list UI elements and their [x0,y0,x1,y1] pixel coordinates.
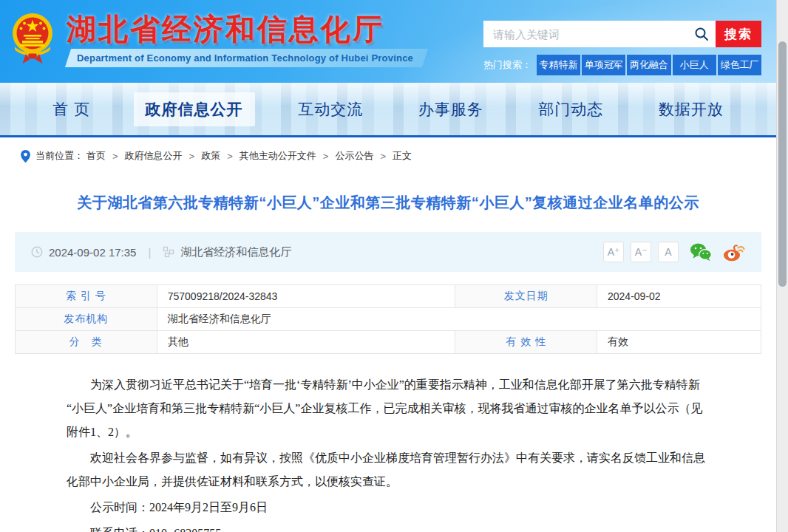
site-title: 湖北省经济和信息化厅 [67,13,425,45]
publisher-value: 湖北省经济和信息化厅 [157,308,761,331]
index-number-label: 索 引 号 [16,285,157,308]
breadcrumb-item-other-docs[interactable]: 其他主动公开文件 [240,149,316,163]
clock-icon [31,246,43,258]
hot-tag[interactable]: 两化融合 [627,55,670,75]
index-number-value: 757009218/2024-32843 [157,285,455,308]
breadcrumb-item-notices[interactable]: 公示公告 [335,149,373,163]
breadcrumb-separator: > [323,151,329,162]
search-area: 搜索 热门搜索： 专精特新 单项冠军 两化融合 小巨人 绿色工厂 [483,21,761,75]
hot-tag[interactable]: 单项冠军 [582,55,625,75]
source-icon [163,246,174,258]
font-increase-button[interactable]: A⁺ [603,242,624,262]
breadcrumb-separator: > [189,151,195,162]
main-nav: 首 页 政府信息公开 互动交流 办事服务 部门动态 数据开放 [0,83,776,137]
breadcrumb-separator: > [112,151,118,162]
nav-item-interaction[interactable]: 互动交流 [286,92,375,126]
breadcrumb-item-current: 正文 [393,149,412,163]
hot-search-row: 热门搜索： 专精特新 单项冠军 两化融合 小巨人 绿色工厂 [483,55,761,75]
hot-tag[interactable]: 专精特新 [537,55,580,75]
national-emblem-icon [10,13,55,64]
breadcrumb-item-policy[interactable]: 政策 [201,149,220,163]
site-subtitle: Department of Economy and Information Te… [77,52,413,64]
breadcrumb: 当前位置： 首页 > 政府信息公开 > 政策 > 其他主动公开文件 > 公示公告… [0,137,776,172]
publish-source: 湖北省经济和信息化厅 [180,245,291,259]
article-body: 为深入贯彻习近平总书记关于“培育一批‘专精特新’中小企业”的重要指示精神，工业和… [15,354,761,532]
logo-row: 湖北省经济和信息化厅 Department of Economy and Inf… [10,13,425,67]
scrollbar-thumb[interactable] [778,41,787,287]
nav-item-dept-news[interactable]: 部门动态 [526,92,615,126]
paragraph: 为深入贯彻习近平总书记关于“培育一批‘专精特新’中小企业”的重要指示精神，工业和… [67,373,710,444]
paragraph: 欢迎社会各界参与监督，如有异议，按照《优质中小企业梯度培育管理暂行办法》中有关要… [67,446,710,494]
article-title: 关于湖北省第六批专精特新“小巨人”企业和第三批专精特新“小巨人”复核通过企业名单… [59,193,717,213]
search-icon[interactable] [694,27,709,41]
font-decrease-button[interactable]: A⁻ [631,242,651,262]
hot-search-tags: 专精特新 单项冠军 两化融合 小巨人 绿色工厂 [537,55,761,75]
page: 湖北省经济和信息化厅 Department of Economy and Inf… [0,0,776,532]
meta-right: A⁺ A⁻ A [597,242,745,262]
nav-item-gov-info[interactable]: 政府信息公开 [134,92,255,126]
search-row: 搜索 [483,21,761,47]
publisher-label: 发布机构 [16,308,157,331]
breadcrumb-item-gov-info[interactable]: 政府信息公开 [125,149,183,163]
breadcrumb-separator: > [227,151,233,162]
font-reset-button[interactable]: A [658,242,679,262]
nav-item-services[interactable]: 办事服务 [407,92,495,126]
issue-date-label: 发文日期 [455,285,597,308]
wechat-share-icon[interactable] [690,242,712,262]
validity-label: 有 效 性 [455,331,597,354]
meta-divider: | [148,246,151,259]
site-header: 湖北省经济和信息化厅 Department of Economy and Inf… [0,0,776,83]
category-label: 分 类 [16,331,157,354]
breadcrumb-item-home[interactable]: 首页 [86,149,106,163]
nav-list: 首 页 政府信息公开 互动交流 办事服务 部门动态 数据开放 [0,83,776,135]
hot-search-label: 热门搜索： [483,58,531,72]
breadcrumb-prefix: 当前位置： [35,149,84,163]
browser-viewport: 湖北省经济和信息化厅 Department of Economy and Inf… [0,0,788,532]
table-row: 索 引 号 757009218/2024-32843 发文日期 2024-09-… [16,285,761,308]
hot-tag[interactable]: 小巨人 [673,55,716,75]
validity-value: 有效 [597,331,761,354]
search-box [483,21,716,47]
hot-tag[interactable]: 绿色工厂 [718,55,761,75]
breadcrumb-separator: > [380,151,386,162]
article-meta-bar: 2024-09-02 17:35 | 湖北省经济和信息化厅 A⁺ A⁻ A [15,232,761,272]
weibo-share-icon[interactable] [723,242,745,262]
contact-phone: 联系电话：010- 68205755 [67,522,710,532]
table-row: 分 类 其他 有 效 性 有效 [16,331,761,354]
publish-datetime: 2024-09-02 17:35 [49,246,136,259]
issue-date-value: 2024-09-02 [597,285,761,308]
nav-item-open-data[interactable]: 数据开放 [647,92,736,126]
nav-item-home[interactable]: 首 页 [41,92,102,126]
table-row: 发布机构 湖北省经济和信息化厅 [16,308,761,331]
category-value: 其他 [157,331,455,354]
search-button[interactable]: 搜索 [716,21,761,47]
scrollbar-track[interactable] [776,0,788,532]
article: 关于湖北省第六批专精特新“小巨人”企业和第三批专精特新“小巨人”复核通过企业名单… [0,193,776,532]
document-info-table: 索 引 号 757009218/2024-32843 发文日期 2024-09-… [15,284,761,354]
site-titles: 湖北省经济和信息化厅 Department of Economy and Inf… [67,13,425,67]
location-pin-icon [21,150,30,163]
meta-left: 2024-09-02 17:35 | 湖北省经济和信息化厅 [31,245,291,259]
search-input[interactable] [483,21,716,47]
publicity-period: 公示时间：2024年9月2日至9月6日 [67,496,710,519]
site-subtitle-ribbon: Department of Economy and Information Te… [65,49,428,67]
